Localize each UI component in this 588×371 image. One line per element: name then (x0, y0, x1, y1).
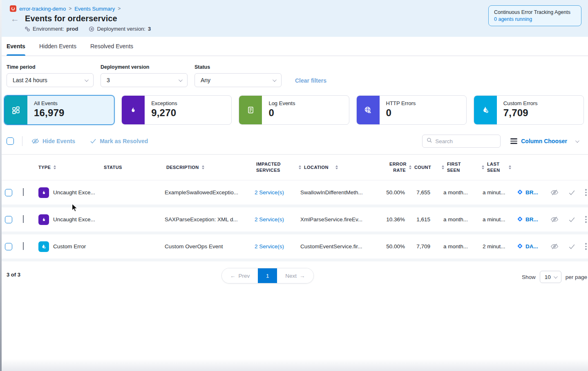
tab-events[interactable]: Events (7, 37, 25, 56)
column-chooser-button[interactable]: Column Chooser (521, 138, 567, 144)
sort-icon[interactable] (409, 165, 411, 170)
sort-icon[interactable] (335, 165, 338, 170)
impacted-services-link[interactable]: 2 Service(s) (250, 243, 295, 250)
sort-icon[interactable] (299, 165, 301, 170)
deployment-version-icon (89, 26, 94, 32)
jira-ticket-link[interactable]: BR... (511, 216, 544, 223)
sort-icon[interactable] (442, 165, 444, 170)
error-rate-cell: 50.00% (376, 189, 407, 196)
column-header-error-rate[interactable]: ERROR RATE (376, 161, 407, 173)
chevron-down-icon (554, 274, 558, 279)
row-menu-icon[interactable] (585, 216, 587, 223)
agents-running-link[interactable]: 0 agents running (494, 16, 576, 22)
row-checkbox[interactable] (5, 189, 12, 196)
stat-card-log-events[interactable]: Log Events 0 (239, 95, 349, 125)
row-menu-icon[interactable] (585, 243, 587, 250)
resolve-event-icon[interactable] (568, 190, 575, 196)
expand-row-icon[interactable] (23, 188, 24, 196)
chevron-down-icon[interactable] (575, 139, 579, 143)
hide-event-icon[interactable] (550, 243, 559, 250)
stat-card-label: Custom Errors (503, 100, 538, 106)
deployment-label: Deployment version: (97, 26, 145, 32)
deployment-meta: Deployment version: 3 (89, 26, 151, 32)
sort-icon[interactable] (509, 165, 511, 170)
row-menu-icon[interactable] (585, 189, 587, 196)
stat-card-label: HTTP Errors (386, 100, 416, 106)
select-all-checkbox[interactable] (7, 137, 14, 145)
column-header-type[interactable]: TYPE (32, 164, 97, 171)
stat-card-value: 0 (268, 107, 295, 119)
pagination-bar: 3 of 3 ← Prev 1 Next → Show 10 per page (0, 268, 588, 286)
location-cell: XmlParseService.fireEv... (295, 216, 376, 223)
table-body: Uncaught Exce... ExampleSwallowedExcepti… (0, 180, 588, 261)
first-seen-cell: a month... (433, 216, 472, 223)
column-header-first-seen[interactable]: FIRST SEEN (433, 161, 472, 173)
column-header-location[interactable]: LOCATION (295, 164, 376, 171)
stat-card-exceptions[interactable]: Exceptions 9,270 (121, 95, 232, 125)
row-checkbox[interactable] (5, 216, 12, 223)
breadcrumb-section-link[interactable]: Events Summary (74, 6, 115, 12)
jira-ticket-link[interactable]: BR... (511, 189, 544, 196)
prev-page-button[interactable]: ← Prev (222, 268, 258, 283)
stat-card-custom-errors[interactable]: Custom Errors 7,709 (474, 95, 584, 125)
hide-event-icon[interactable] (550, 189, 559, 196)
event-type-label: Uncaught Exce... (53, 189, 95, 196)
sort-icon[interactable] (482, 165, 484, 170)
error-rate-cell: 50.00% (376, 243, 407, 250)
hide-event-icon[interactable] (550, 216, 559, 223)
column-chooser-icon[interactable] (510, 138, 517, 144)
search-input[interactable] (435, 138, 492, 144)
column-header-status: STATUS (97, 164, 160, 171)
next-page-button[interactable]: Next → (277, 268, 313, 283)
jira-ticket-link[interactable]: DA... (511, 243, 544, 250)
column-header-description[interactable]: DESCRIPTION (160, 164, 250, 171)
stat-card-value: 0 (386, 107, 416, 119)
tab-hidden-events[interactable]: Hidden Events (39, 37, 76, 56)
last-seen-cell: a minut... (472, 189, 511, 196)
page-size-select[interactable]: 10 (540, 271, 561, 283)
page-number-button[interactable]: 1 (258, 268, 277, 283)
ticket-id: BR... (525, 216, 538, 223)
time-period-select[interactable]: Last 24 hours (7, 73, 94, 87)
eye-slash-icon (31, 138, 39, 144)
stat-card-http-errors[interactable]: HTTP Errors 0 (356, 95, 467, 125)
column-header-last-seen[interactable]: LAST SEEN (472, 161, 511, 173)
table-row[interactable]: Uncaught Exce... SAXParseException: XML … (0, 207, 588, 234)
description-cell: ExampleSwallowedExceptio... (160, 189, 250, 196)
arrow-left-icon: ← (230, 273, 236, 279)
column-header-count[interactable]: COUNT (407, 164, 433, 171)
globe-icon (357, 96, 380, 124)
event-type-label: Uncaught Exce... (53, 216, 95, 223)
expand-row-icon[interactable] (23, 215, 24, 223)
show-label: Show (522, 274, 536, 280)
expand-row-icon[interactable] (23, 242, 24, 250)
hide-events-button[interactable]: Hide Events (31, 138, 75, 144)
table-row[interactable]: Uncaught Exce... ExampleSwallowedExcepti… (0, 180, 588, 207)
table-header-row: TYPE STATUS DESCRIPTION IMPACTED SERVICE… (0, 154, 588, 180)
flame-gear-icon (474, 96, 497, 124)
column-header-impacted-services[interactable]: IMPACTED SERVICES (250, 161, 287, 173)
impacted-services-link[interactable]: 2 Service(s) (250, 189, 295, 196)
pagination-pill: ← Prev 1 Next → (221, 268, 314, 283)
breadcrumb-project-link[interactable]: error-tracking-demo (19, 6, 66, 12)
status-select[interactable]: Any (195, 73, 282, 87)
impacted-services-link[interactable]: 2 Service(s) (250, 216, 295, 223)
sort-icon[interactable] (202, 165, 204, 170)
resolve-event-icon[interactable] (568, 217, 575, 223)
stat-card-all-events[interactable]: All Events 16,979 (4, 95, 114, 125)
prev-label: Prev (239, 273, 250, 279)
log-document-icon (239, 96, 262, 124)
window-left-edge (0, 0, 2, 371)
deployment-version-select[interactable]: 3 (101, 73, 188, 87)
table-row[interactable]: Custom Error Custom OverOps Event 2 Serv… (0, 234, 588, 261)
sort-icon[interactable] (54, 165, 56, 170)
resolve-event-icon[interactable] (568, 244, 575, 250)
row-checkbox[interactable] (5, 243, 12, 250)
project-icon (10, 5, 16, 12)
back-arrow-icon[interactable]: ← (11, 14, 19, 23)
tab-resolved-events[interactable]: Resolved Events (90, 37, 133, 56)
hide-events-label: Hide Events (42, 138, 75, 144)
stat-card-value: 16,979 (34, 107, 65, 119)
clear-filters-button[interactable]: Clear filters (295, 77, 326, 84)
mark-resolved-button[interactable]: Mark as Resolved (90, 138, 148, 144)
